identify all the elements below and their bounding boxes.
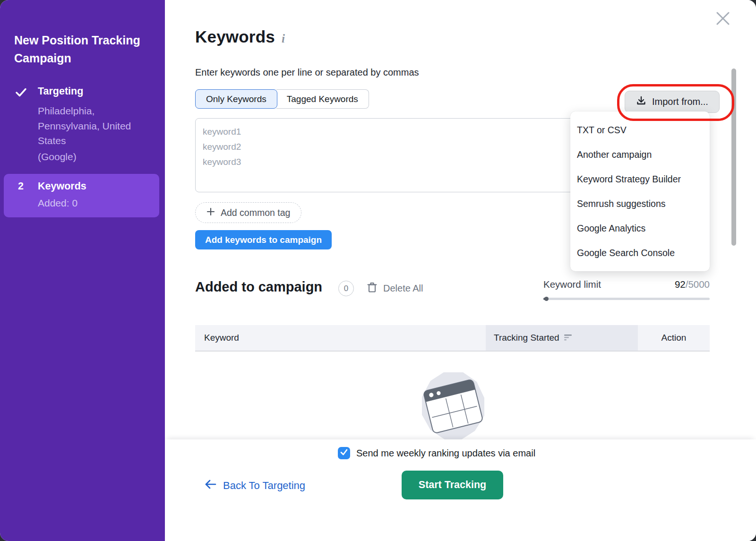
menu-item-semrush-suggestions[interactable]: Semrush suggestions <box>570 191 710 216</box>
menu-item-google-analytics[interactable]: Google Analytics <box>570 216 710 240</box>
campaign-steps-sidebar: New Position Tracking Campaign Targeting… <box>0 0 165 541</box>
back-to-targeting-link[interactable]: Back To Targeting <box>204 476 305 495</box>
column-header-action: Action <box>638 325 710 351</box>
check-icon <box>16 88 26 99</box>
tab-tagged-keywords[interactable]: Tagged Keywords <box>276 89 369 109</box>
info-icon[interactable]: i <box>282 32 285 45</box>
progress-dot <box>544 297 549 301</box>
keywords-instruction: Enter keywords one per line or separated… <box>195 67 419 78</box>
keyword-mode-tabs: Only Keywords Tagged Keywords <box>195 89 369 109</box>
import-from-button[interactable]: Import from... <box>625 91 720 113</box>
sidebar-item-keywords[interactable]: 2 Keywords Added: 0 <box>4 174 159 217</box>
tab-only-keywords[interactable]: Only Keywords <box>195 89 277 109</box>
email-optin-label: Send me weekly ranking updates via email <box>356 448 535 459</box>
empty-table-illustration <box>414 369 492 444</box>
download-icon <box>636 95 646 108</box>
keywords-table-header: Keyword Tracking Started Action <box>195 325 710 352</box>
back-arrow-icon <box>204 479 216 492</box>
page-title: Keywords <box>195 27 275 46</box>
column-header-tracking-started[interactable]: Tracking Started <box>486 325 638 351</box>
email-optin-checkbox[interactable] <box>338 447 350 459</box>
import-from-label: Import from... <box>652 96 708 107</box>
add-keywords-to-campaign-button[interactable]: Add keywords to campaign <box>195 230 332 249</box>
step-number: 2 <box>18 180 24 192</box>
back-to-targeting-label: Back To Targeting <box>223 480 305 492</box>
email-optin-row[interactable]: Send me weekly ranking updates via email <box>338 447 535 459</box>
column-header-keyword: Keyword <box>195 325 486 351</box>
step-label: Keywords <box>38 180 86 192</box>
add-common-tag-button[interactable]: Add common tag <box>195 202 301 223</box>
vertical-scrollbar[interactable] <box>731 69 736 246</box>
start-tracking-button[interactable]: Start Tracking <box>402 471 503 499</box>
keywords-added-count: Added: 0 <box>38 198 77 209</box>
limit-total: /5000 <box>686 279 710 290</box>
keyword-limit-value: 92/5000 <box>675 279 710 290</box>
menu-item-another-campaign[interactable]: Another campaign <box>570 142 710 167</box>
keywords-step-panel: Keywords i Enter keywords one per line o… <box>165 0 756 541</box>
add-common-tag-label: Add common tag <box>221 207 290 218</box>
delete-all-label: Delete All <box>383 283 423 294</box>
checkmark-icon <box>340 448 348 458</box>
trash-icon <box>367 282 377 295</box>
sidebar-item-targeting[interactable]: Targeting <box>38 86 83 97</box>
import-from-menu: TXT or CSV Another campaign Keyword Stra… <box>570 112 710 271</box>
added-count-badge: 0 <box>338 281 354 296</box>
targeting-engine: (Google) <box>38 151 77 163</box>
added-to-campaign-title: Added to campaign <box>195 279 322 295</box>
modal-footer: Send me weekly ranking updates via email… <box>165 439 756 541</box>
menu-item-keyword-strategy-builder[interactable]: Keyword Strategy Builder <box>570 167 710 191</box>
limit-used: 92 <box>675 279 686 290</box>
keyword-limit-label: Keyword limit <box>543 279 601 290</box>
tracking-started-label: Tracking Started <box>494 333 559 343</box>
keyword-limit-block: Keyword limit 92/5000 <box>543 279 710 300</box>
sidebar-title: New Position Tracking Campaign <box>14 31 152 67</box>
sort-icon <box>564 333 573 343</box>
keyword-limit-progressbar <box>543 298 710 300</box>
targeting-location: Philadelphia, Pennsylvania, United State… <box>38 103 152 148</box>
close-button[interactable] <box>714 10 731 27</box>
menu-item-txt-or-csv[interactable]: TXT or CSV <box>570 118 710 142</box>
close-icon <box>715 21 731 28</box>
plus-icon <box>206 207 215 218</box>
delete-all-button[interactable]: Delete All <box>367 282 423 295</box>
new-position-tracking-modal: New Position Tracking Campaign Targeting… <box>0 0 756 541</box>
menu-item-google-search-console[interactable]: Google Search Console <box>570 240 710 265</box>
